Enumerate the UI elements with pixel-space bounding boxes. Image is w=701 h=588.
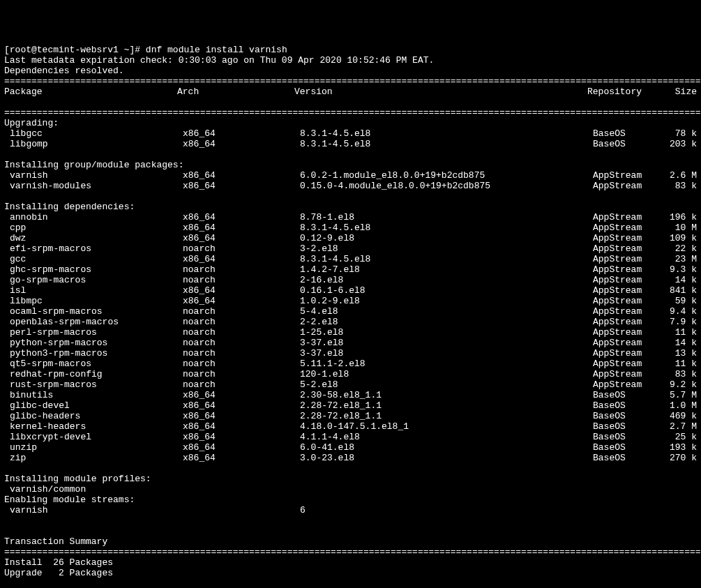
cell-package: glibc-devel: [4, 400, 183, 411]
table-row: perl-srpm-macrosnoarch1-25.el8AppStream1…: [4, 327, 697, 338]
table-row: varnish-modulesx86_640.15.0-4.module_el8…: [4, 181, 697, 191]
rule-line: ========================================…: [4, 76, 701, 86]
cell-repo: AppStream: [593, 285, 663, 296]
cell-package: isl: [4, 285, 183, 296]
cell-version: 1.4.2-7.el8: [300, 264, 593, 275]
cell-version: 4.1.1-4.el8: [300, 432, 593, 442]
cell-repo: AppStream: [593, 254, 663, 264]
rule-line: ========================================…: [4, 107, 701, 118]
cell-size: 9.2 k: [663, 379, 697, 390]
cell-version: 6.0-41.el8: [300, 442, 593, 453]
table-row: libgccx86_648.3.1-4.5.el8BaseOS78 k: [4, 128, 697, 139]
cell-package: rust-srpm-macros: [4, 379, 183, 390]
cell-arch: x86_64: [183, 296, 300, 306]
cell-version: 8.3.1-4.5.el8: [300, 128, 593, 139]
cell-size: 5.7 M: [663, 390, 697, 400]
cell-arch: x86_64: [183, 453, 300, 463]
cell-size: 14 k: [663, 338, 697, 348]
cell-package: binutils: [4, 390, 183, 400]
cell-repo: AppStream: [593, 379, 663, 390]
summary-upgrade: Upgrade 2 Packages: [4, 568, 113, 578]
cell-version: 2.30-58.el8_1.1: [300, 390, 593, 400]
table-row: python3-rpm-macrosnoarch3-37.el8AppStrea…: [4, 348, 697, 359]
cell-size: 78 k: [663, 128, 697, 139]
cell-package: efi-srpm-macros: [4, 243, 183, 254]
cell-size: 59 k: [663, 296, 697, 306]
cell-size: 7.9 k: [663, 317, 697, 327]
cell-package: openblas-srpm-macros: [4, 317, 183, 327]
cell-size: 11 k: [663, 327, 697, 338]
table-row: kernel-headersx86_644.18.0-147.5.1.el8_1…: [4, 421, 697, 432]
cell-version: 5-4.el8: [300, 306, 593, 317]
cell-size: 2.7 M: [663, 421, 697, 432]
cell-size: 109 k: [663, 233, 697, 243]
cell-repo: BaseOS: [593, 400, 663, 411]
cell-arch: noarch: [183, 379, 300, 390]
table-row: glibc-headersx86_642.28-72.el8_1.1BaseOS…: [4, 411, 697, 421]
cell-arch: noarch: [183, 338, 300, 348]
table-row: rust-srpm-macrosnoarch5-2.el8AppStream9.…: [4, 379, 697, 390]
cell-repo: BaseOS: [593, 128, 663, 139]
cell-version: 4.18.0-147.5.1.el8_1: [300, 421, 593, 432]
cell-repo: BaseOS: [593, 139, 663, 149]
cell-package: gcc: [4, 254, 183, 264]
table-row: annobinx86_648.78-1.el8AppStream196 k: [4, 212, 697, 223]
cell-package: varnish-modules: [4, 181, 183, 191]
cell-arch: x86_64: [183, 212, 300, 223]
cell-size: 1.0 M: [663, 400, 697, 411]
cell-size: 270 k: [663, 453, 697, 463]
cell-package: zip: [4, 453, 183, 463]
table-row: glibc-develx86_642.28-72.el8_1.1BaseOS1.…: [4, 400, 697, 411]
cell-version: 2.28-72.el8_1.1: [300, 400, 593, 411]
cell-package: libgcc: [4, 128, 183, 139]
section-streams: Enabling module streams:: [4, 495, 135, 505]
cell-repo: AppStream: [593, 275, 663, 285]
cell-size: 22 k: [663, 243, 697, 254]
profile-line: varnish/common: [4, 484, 86, 495]
table-row: libmpcx86_641.0.2-9.el8AppStream59 k: [4, 296, 697, 306]
cell-version: 6.0.2-1.module_el8.0.0+19+b2cdb875: [300, 170, 593, 181]
cell-package: libmpc: [4, 296, 183, 306]
cell-repo: AppStream: [593, 223, 663, 233]
cell-arch: x86_64: [183, 233, 300, 243]
cell-size: 11 k: [663, 359, 697, 369]
cell-arch: noarch: [183, 327, 300, 338]
cell-package: kernel-headers: [4, 421, 183, 432]
cell-arch: x86_64: [183, 421, 300, 432]
table-row: ghc-srpm-macrosnoarch1.4.2-7.el8AppStrea…: [4, 264, 697, 275]
rule-line: ========================================…: [4, 547, 701, 557]
section-upgrading: Upgrading:: [4, 118, 59, 128]
cell-package: libgomp: [4, 139, 183, 149]
cell-arch: noarch: [183, 359, 300, 369]
cell-repo: AppStream: [593, 212, 663, 223]
cell-repo: AppStream: [593, 296, 663, 306]
table-row: efi-srpm-macrosnoarch3-2.el8AppStream22 …: [4, 243, 697, 254]
stream-row: varnish6: [4, 505, 697, 515]
cell-repo: AppStream: [593, 317, 663, 327]
cell-version: 8.3.1-4.5.el8: [300, 223, 593, 233]
cell-arch: x86_64: [183, 390, 300, 400]
cell-repo: AppStream: [593, 348, 663, 359]
cell-repo: BaseOS: [593, 432, 663, 442]
cell-arch: noarch: [183, 264, 300, 275]
cell-size: 2.6 M: [663, 170, 697, 181]
cell-repo: AppStream: [593, 264, 663, 275]
cell-version: 0.16.1-6.el8: [300, 285, 593, 296]
cell-package: cpp: [4, 223, 183, 233]
shell-prompt: [root@tecmint-websrv1 ~]# dnf module ins…: [4, 45, 287, 55]
cell-size: 13 k: [663, 348, 697, 359]
table-row: dwzx86_640.12-9.el8AppStream109 k: [4, 233, 697, 243]
terminal-output: [root@tecmint-websrv1 ~]# dnf module ins…: [4, 34, 697, 588]
cell-size: 841 k: [663, 285, 697, 296]
hdr-package: Package: [4, 86, 177, 97]
cell-package: varnish: [4, 170, 183, 181]
cell-arch: noarch: [183, 369, 300, 379]
cell-arch: noarch: [183, 348, 300, 359]
table-row: zipx86_643.0-23.el8BaseOS270 k: [4, 453, 697, 463]
cell-version: 0.12-9.el8: [300, 233, 593, 243]
cell-arch: x86_64: [183, 128, 300, 139]
cell-arch: x86_64: [183, 285, 300, 296]
command-text: dnf module install varnish: [146, 45, 287, 55]
summary-install: Install 26 Packages: [4, 557, 113, 568]
cell-package: ghc-srpm-macros: [4, 264, 183, 275]
